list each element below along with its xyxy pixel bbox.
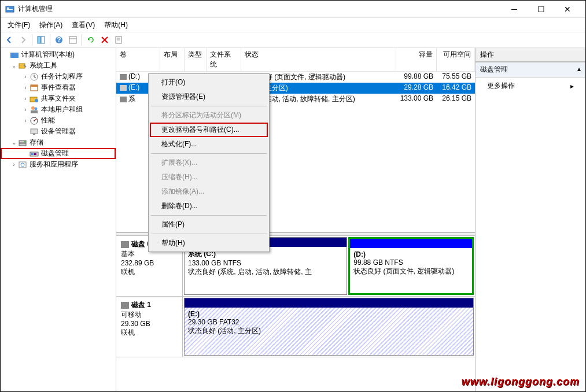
help-button[interactable]: ? (53, 34, 65, 46)
ctx-delete[interactable]: 删除卷(D)... (150, 199, 268, 213)
disk-graphical-view: 磁盘 0 基本 232.89 GB 联机 系统 (C:)133.00 GB NT… (116, 236, 475, 391)
partition-header (185, 298, 473, 308)
ctx-mark-active: 将分区标记为活动分区(M) (150, 108, 268, 123)
ctx-open[interactable]: 打开(O) (150, 75, 268, 90)
ctx-extend: 扩展卷(X)... (150, 156, 268, 170)
disk-icon (121, 302, 129, 309)
disk-icon (121, 241, 129, 248)
ctx-change-drive-letter[interactable]: 更改驱动器号和路径(C)... (150, 123, 268, 137)
drive-icon (120, 74, 127, 80)
separator (151, 215, 267, 216)
forward-button[interactable] (17, 34, 30, 46)
svg-rect-24 (31, 129, 38, 134)
tree-services[interactable]: ›服务和应用程序 (1, 159, 116, 170)
drive-icon (120, 85, 127, 91)
toolbar: ? (1, 32, 585, 48)
more-actions[interactable]: 更多操作▸ (476, 77, 585, 94)
watermark: www.ligonggong.com (462, 376, 580, 388)
menu-help[interactable]: 帮助(H) (99, 19, 132, 31)
col-volume[interactable]: 卷 (116, 48, 160, 71)
ctx-format[interactable]: 格式化(F)... (150, 137, 268, 151)
main-content: 卷 布局 类型 文件系统 状态 容量 可用空间 (D:) 简单 基本 NTFS … (116, 48, 476, 391)
tree-disk-management[interactable]: 磁盘管理 (1, 148, 116, 159)
ctx-mirror: 添加镜像(A)... (150, 184, 268, 199)
menu-view[interactable]: 查看(V) (67, 19, 99, 31)
svg-rect-31 (34, 153, 36, 155)
separator (151, 153, 267, 154)
col-layout[interactable]: 布局 (160, 48, 185, 71)
minimize-button[interactable]: ─ (501, 1, 528, 17)
refresh-button[interactable] (84, 34, 97, 46)
col-free[interactable]: 可用空间 (437, 48, 475, 71)
svg-rect-3 (38, 36, 40, 43)
ctx-shrink: 压缩卷(H)... (150, 170, 268, 184)
tree-task-scheduler[interactable]: ›任务计划程序 (1, 71, 116, 82)
ctx-explorer[interactable]: 资源管理器(E) (150, 90, 268, 104)
nav-tree[interactable]: 计算机管理(本地) ⌄系统工具 ›任务计划程序 ›事件查看器 ›共享文件夹 ›本… (1, 48, 116, 391)
svg-rect-30 (31, 153, 34, 155)
disk-label[interactable]: 磁盘 1 可移动 29.30 GB 联机 (116, 297, 183, 357)
volume-header-row: 卷 布局 类型 文件系统 状态 容量 可用空间 (116, 48, 475, 72)
svg-rect-4 (41, 36, 45, 43)
partition-e[interactable]: (E:)29.30 GB FAT32状态良好 (活动, 主分区) (184, 298, 474, 356)
svg-point-28 (24, 141, 25, 142)
menu-file[interactable]: 文件(F) (3, 19, 35, 31)
context-menu: 打开(O) 资源管理器(E) 将分区标记为活动分区(M) 更改驱动器号和路径(C… (148, 73, 270, 252)
actions-header: 操作 (476, 48, 585, 62)
drive-icon (120, 97, 127, 102)
partition-header (350, 239, 472, 248)
back-button[interactable] (3, 34, 16, 46)
svg-rect-16 (31, 85, 38, 87)
svg-rect-13 (19, 64, 25, 68)
svg-rect-25 (33, 134, 35, 135)
svg-point-20 (35, 107, 38, 110)
svg-rect-21 (31, 110, 38, 113)
disk-row: 磁盘 1 可移动 29.30 GB 联机 (E:)29.30 GB FAT32状… (116, 297, 475, 357)
col-capacity[interactable]: 容量 (396, 48, 437, 71)
col-status[interactable]: 状态 (241, 48, 396, 71)
view-button[interactable] (67, 34, 79, 46)
titlebar: 计算机管理 ─ ☐ ✕ (1, 1, 585, 18)
actions-pane: 操作 磁盘管理▴ 更多操作▸ (476, 48, 585, 391)
menubar: 文件(F) 操作(A) 查看(V) 帮助(H) (1, 18, 585, 32)
maximize-button[interactable]: ☐ (528, 1, 554, 17)
svg-point-19 (31, 106, 35, 110)
tree-root[interactable]: 计算机管理(本地) (1, 49, 116, 60)
menu-action[interactable]: 操作(A) (35, 19, 67, 31)
properties-button[interactable] (112, 34, 125, 46)
separator (151, 106, 267, 106)
ctx-help[interactable]: 帮助(H) (150, 236, 268, 250)
scope-button[interactable] (35, 34, 47, 46)
delete-button[interactable] (98, 34, 111, 46)
separator (151, 234, 267, 234)
tree-performance[interactable]: ›性能 (1, 115, 116, 126)
svg-rect-7 (69, 36, 76, 43)
svg-rect-12 (10, 53, 19, 58)
collapse-icon[interactable]: ▴ (577, 65, 581, 73)
tree-event-viewer[interactable]: ›事件查看器 (1, 82, 116, 93)
close-button[interactable]: ✕ (554, 1, 581, 17)
svg-rect-2 (7, 9, 13, 10)
svg-rect-27 (19, 143, 26, 146)
tree-storage[interactable]: ⌄存储 (1, 137, 116, 148)
app-icon (5, 5, 14, 14)
window-title: 计算机管理 (18, 4, 501, 14)
tree-system-tools[interactable]: ⌄系统工具 (1, 60, 116, 71)
partition-d-selected[interactable]: (D:)99.88 GB NTFS状态良好 (页面文件, 逻辑驱动器) (348, 237, 474, 295)
svg-text:?: ? (57, 36, 61, 44)
actions-section[interactable]: 磁盘管理▴ (476, 62, 585, 77)
svg-point-23 (34, 120, 35, 121)
svg-rect-1 (7, 8, 9, 9)
chevron-right-icon: ▸ (570, 82, 574, 90)
svg-point-18 (35, 99, 38, 102)
tree-device-manager[interactable]: 设备管理器 (1, 126, 116, 137)
tree-local-users[interactable]: ›本地用户和组 (1, 104, 116, 115)
col-type[interactable]: 类型 (185, 48, 207, 71)
ctx-properties[interactable]: 属性(P) (150, 217, 268, 232)
col-filesystem[interactable]: 文件系统 (207, 48, 241, 71)
tree-shared-folders[interactable]: ›共享文件夹 (1, 93, 116, 104)
